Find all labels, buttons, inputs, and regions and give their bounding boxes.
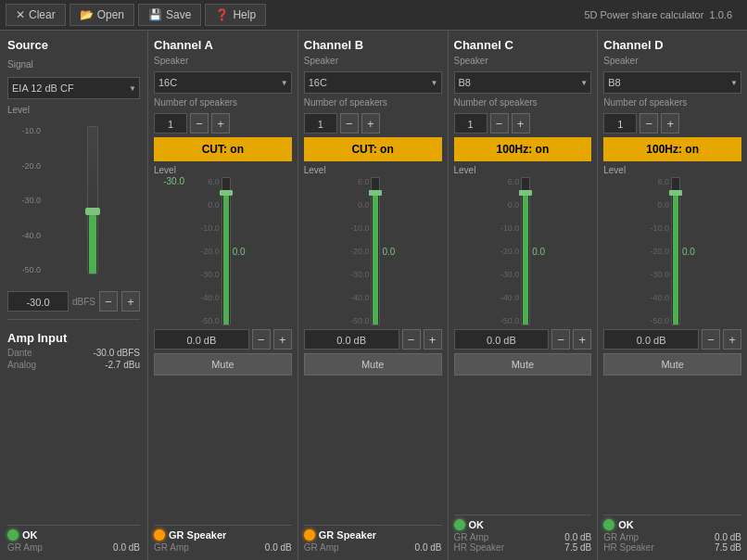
- ch-scale-D: 6.00.0-10.0-20.0-30.0-40.0-50.0: [650, 177, 669, 325]
- ch-mute-btn-A[interactable]: Mute: [154, 353, 292, 375]
- ch-level-label-D: Level: [603, 165, 626, 175]
- clear-label: Clear: [29, 8, 56, 21]
- app-title: 5D Power share calculator 1.0.6: [584, 9, 732, 20]
- ch-level-row-A: 0.0 dB − +: [154, 329, 292, 350]
- ch-fader-area-C: Level 6.00.0-10.0-20.0-30.0-40.0-50.0 0.…: [454, 165, 592, 325]
- help-button[interactable]: ❓ Help: [205, 4, 266, 26]
- ch-level-decrease-A[interactable]: −: [252, 329, 271, 350]
- ch-fader-thumb-D[interactable]: [669, 190, 682, 196]
- ch-hr-value-C: 7.5 dB: [564, 542, 591, 553]
- source-level-decrease[interactable]: −: [99, 291, 118, 312]
- ch-level-display-C: 0.0 dB: [454, 329, 550, 350]
- ch-fader-track-C[interactable]: [521, 177, 530, 325]
- channel-panel-D: Channel D Speaker B8 Number of speakers …: [598, 31, 747, 560]
- ch-fader-track-B[interactable]: [371, 177, 380, 325]
- ch-level-decrease-C[interactable]: −: [551, 329, 570, 350]
- ch-speakers-row-A: 1 − +: [154, 113, 292, 134]
- source-panel: Source Signal EIA 12 dB CF Level -10.0 -…: [0, 31, 148, 560]
- ch-speaker-select-D[interactable]: B8: [603, 71, 741, 94]
- ch-fader-track-A[interactable]: [222, 177, 231, 325]
- source-gr-amp-row: GR Amp 0.0 dB: [7, 542, 140, 553]
- ch-gr-amp-row-B: GR Amp 0.0 dB: [304, 542, 442, 553]
- source-level-increase[interactable]: +: [121, 291, 140, 312]
- ch-status-dot-D: [603, 519, 614, 530]
- ch-mute-btn-B[interactable]: Mute: [304, 353, 442, 375]
- source-fader-track[interactable]: [87, 126, 98, 274]
- ch-status-area-B: GR Speaker GR Amp 0.0 dB: [304, 525, 442, 553]
- ch-level-increase-B[interactable]: +: [424, 329, 442, 350]
- ch-hr-label-C: HR Speaker: [454, 542, 504, 553]
- ch-scale-B: 6.00.0-10.0-20.0-30.0-40.0-50.0: [350, 177, 370, 325]
- source-fader-thumb[interactable]: [85, 208, 100, 215]
- ch-fader-thumb-C[interactable]: [519, 190, 532, 196]
- source-gr-amp-value: 0.0 dB: [113, 542, 140, 553]
- clear-button[interactable]: ✕ Clear: [6, 4, 66, 26]
- ch-fader-value-D: 0.0: [682, 247, 695, 257]
- ch-speaker-select-wrapper-D: B8: [603, 71, 741, 94]
- ch-freq-btn-B[interactable]: CUT: on: [304, 137, 442, 161]
- ch-speakers-decrease-B[interactable]: −: [340, 113, 359, 134]
- ch-status-area-C: OK GR Amp 0.0 dB HR Speaker 7.5 dB: [454, 515, 592, 553]
- ch-freq-btn-D[interactable]: 100Hz: on: [603, 137, 741, 161]
- ch-level-display-A: 0.0 dB: [154, 329, 249, 350]
- help-label: Help: [233, 8, 256, 21]
- ch-level-increase-C[interactable]: +: [573, 329, 591, 350]
- signal-select[interactable]: EIA 12 dB CF: [7, 77, 140, 99]
- save-icon: 💾: [148, 8, 162, 21]
- ch-status-row-A: GR Speaker: [154, 529, 292, 541]
- ch-fader-fill-D: [673, 196, 678, 325]
- ch-speakers-increase-A[interactable]: +: [211, 113, 230, 134]
- ch-freq-btn-A[interactable]: CUT: on: [154, 137, 292, 161]
- ch-speakers-display-D: 1: [603, 113, 637, 134]
- ch-mute-btn-D[interactable]: Mute: [603, 353, 741, 375]
- ch-fader-thumb-B[interactable]: [369, 190, 382, 196]
- ch-hr-row-C: HR Speaker 7.5 dB: [454, 542, 592, 553]
- source-status-dot: [7, 529, 19, 541]
- ch-speakers-decrease-A[interactable]: −: [190, 113, 209, 134]
- ch-fader-value-B: 0.0: [382, 247, 395, 257]
- ch-level-increase-D[interactable]: +: [723, 329, 741, 350]
- ch-fader-fill-B: [373, 196, 378, 325]
- help-icon: ❓: [215, 8, 229, 21]
- ch-freq-btn-C[interactable]: 100Hz: on: [454, 137, 592, 161]
- source-status-area: OK GR Amp 0.0 dB: [7, 525, 140, 553]
- open-button[interactable]: 📂 Open: [70, 4, 134, 26]
- ch-speaker-select-C[interactable]: B8: [454, 71, 592, 94]
- ch-speakers-increase-C[interactable]: +: [512, 113, 530, 134]
- ch-speakers-display-A: 1: [154, 113, 187, 134]
- ch-gr-amp-label-D: GR Amp: [603, 532, 639, 542]
- ch-status-dot-A: [154, 529, 165, 541]
- save-label: Save: [166, 8, 191, 21]
- ch-level-decrease-B[interactable]: −: [402, 329, 421, 350]
- ch-speaker-label-C: Speaker: [454, 56, 592, 66]
- ch-speaker-select-A[interactable]: 16C: [154, 71, 292, 94]
- toolbar: ✕ Clear 📂 Open 💾 Save ❓ Help 5D Power sh…: [0, 0, 747, 31]
- ch-level-decrease-D[interactable]: −: [702, 329, 720, 350]
- ch-speakers-display-B: 1: [304, 113, 337, 134]
- dante-value: -30.0 dBFS: [93, 348, 140, 358]
- ch-gr-amp-row-D: GR Amp 0.0 dB: [603, 532, 741, 542]
- ch-fader-track-D[interactable]: [671, 177, 680, 325]
- ch-speakers-decrease-C[interactable]: −: [490, 113, 509, 134]
- ch-speakers-increase-D[interactable]: +: [661, 113, 679, 134]
- amp-input-section: Amp Input Dante -30.0 dBFS Analog -2.7 d…: [7, 331, 140, 371]
- save-button[interactable]: 💾 Save: [138, 4, 201, 26]
- ch-speaker-select-B[interactable]: 16C: [304, 71, 442, 94]
- ch-level-label-C: Level: [454, 165, 476, 175]
- ch-num-speakers-label-D: Number of speakers: [603, 97, 741, 108]
- ch-status-dot-C: [454, 519, 465, 530]
- channels-container: Channel A Speaker 16C Number of speakers…: [148, 31, 747, 560]
- source-gr-amp-label: GR Amp: [7, 542, 43, 553]
- ch-gr-amp-row-C: GR Amp 0.0 dB: [454, 532, 592, 542]
- ch-status-label-B: GR Speaker: [319, 529, 376, 541]
- ch-mute-btn-C[interactable]: Mute: [454, 353, 592, 375]
- ch-speakers-display-C: 1: [454, 113, 487, 134]
- ch-level-increase-A[interactable]: +: [273, 329, 292, 350]
- channel-title-C: Channel C: [454, 38, 592, 52]
- ch-scale-A: 6.00.0-10.0-20.0-30.0-40.0-50.0: [200, 177, 220, 325]
- ch-fader-area-A: Level 6.00.0-10.0-20.0-30.0-40.0-50.0 0.…: [154, 165, 292, 325]
- ch-scale-C: 6.00.0-10.0-20.0-30.0-40.0-50.0: [500, 177, 520, 325]
- ch-fader-thumb-A[interactable]: [220, 190, 233, 196]
- ch-speakers-decrease-D[interactable]: −: [639, 113, 658, 134]
- ch-speakers-increase-B[interactable]: +: [361, 113, 380, 134]
